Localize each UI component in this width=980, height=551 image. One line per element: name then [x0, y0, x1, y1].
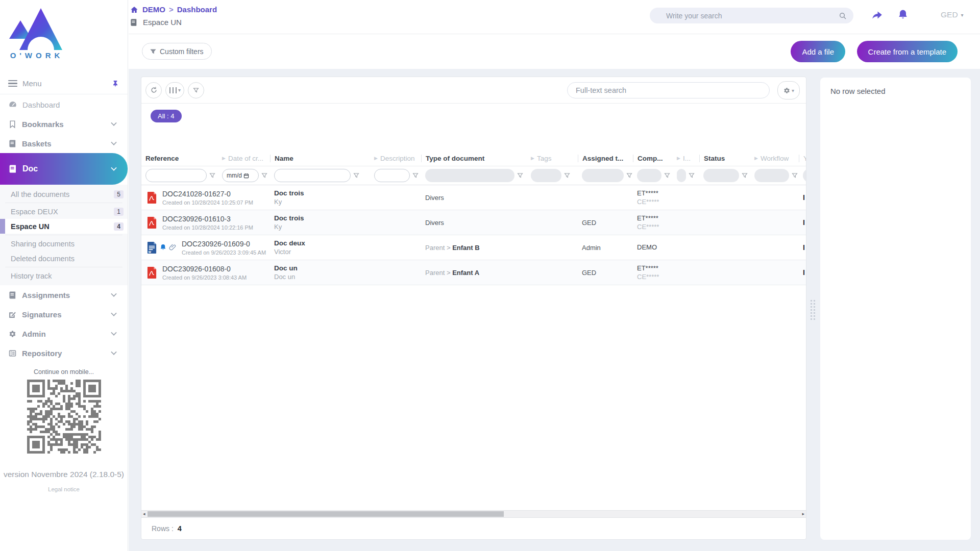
global-search-input[interactable]	[666, 8, 829, 23]
column-header-workflow[interactable]: ▶Workflow	[750, 155, 799, 162]
chevron-down-icon	[111, 291, 116, 296]
column-header-name[interactable]: Name	[270, 155, 370, 162]
i-filter-input[interactable]	[677, 169, 686, 182]
share-arrow-icon	[870, 9, 884, 21]
sidebar-item-baskets[interactable]: Baskets	[0, 134, 128, 153]
company-filter-input[interactable]	[637, 169, 662, 182]
refresh-icon	[150, 86, 158, 94]
column-header-assigned[interactable]: Assigned t...	[578, 155, 633, 162]
sidebar-item-deleted-documents[interactable]: Deleted documents	[0, 251, 128, 266]
sidebar-item-history-track[interactable]: History track	[0, 268, 128, 283]
count-badge: 1	[114, 208, 124, 216]
table-filter-button[interactable]	[188, 82, 204, 98]
column-header-y[interactable]: Y...	[799, 155, 806, 162]
column-header-type[interactable]: Type of document	[421, 155, 527, 162]
sidebar-item-espace-un[interactable]: Espace UN 4	[0, 219, 128, 234]
panel-resize-handle[interactable]	[811, 300, 815, 320]
chevron-down-icon: ▾	[961, 12, 964, 18]
sidebar-item-all-documents[interactable]: All the documents 5	[0, 187, 128, 202]
breadcrumb-root[interactable]: DEMO	[142, 5, 165, 14]
document-name: Doc deux	[274, 239, 370, 247]
table-footer: Rows : 4	[141, 518, 182, 539]
sidebar-item-dashboard[interactable]: Dashboard	[0, 95, 128, 114]
column-header-date[interactable]: ▶Date of cr...	[218, 155, 270, 162]
description-filter-input[interactable]	[374, 169, 410, 182]
funnel-icon	[564, 172, 570, 179]
clipped-cell-text: I	[803, 268, 805, 277]
scrollbar-thumb[interactable]	[148, 511, 504, 517]
horizontal-scrollbar[interactable]: ◂ ▸	[141, 510, 806, 518]
breadcrumb-current[interactable]: Dashboard	[177, 5, 217, 14]
pdf-file-icon	[146, 191, 157, 204]
sidebar-item-sharing-documents[interactable]: Sharing documents	[0, 236, 128, 251]
columns-button[interactable]: ▾	[165, 82, 184, 98]
column-header-i[interactable]: ▶I...	[673, 155, 699, 162]
funnel-icon	[689, 172, 695, 179]
divider	[5, 203, 122, 203]
chevron-down-icon	[111, 349, 116, 355]
y-filter-input[interactable]	[803, 169, 806, 182]
documents-table-card: ▾ ▾ All : 4 Reference ▶Date of cr... Nam…	[141, 77, 806, 540]
sidebar-item-signatures[interactable]: Signatures	[0, 305, 128, 324]
legal-notice-link[interactable]: Legal notice	[0, 486, 128, 492]
sidebar-item-admin[interactable]: Admin	[0, 324, 128, 343]
column-header-description[interactable]: ▶Description	[370, 155, 421, 162]
search-icon[interactable]	[839, 12, 847, 20]
name-filter-input[interactable]	[274, 169, 351, 182]
create-from-template-button[interactable]: Create from a template	[857, 41, 958, 62]
fulltext-search-input[interactable]	[568, 83, 769, 98]
table-row[interactable]: w DOC230926-01609-0 Created on 9/26/2023…	[141, 235, 806, 260]
breadcrumb-separator: >	[169, 5, 174, 14]
date-filter-input[interactable]: mm/d	[222, 169, 259, 182]
table-row[interactable]: DOC230926-01610-3 Created on 10/28/2024 …	[141, 210, 806, 235]
pin-icon[interactable]	[111, 80, 119, 88]
column-header-company[interactable]: Comp...	[633, 155, 673, 162]
type-filter-input[interactable]	[425, 169, 514, 182]
count-badge: 5	[114, 190, 124, 198]
all-rows-filter-pill[interactable]: All : 4	[151, 110, 182, 122]
sidebar-footer: Continue on mobile... version Novembre 2…	[0, 368, 128, 492]
divider	[5, 235, 122, 235]
sidebar-menu-toggle[interactable]: Menu	[0, 73, 128, 94]
expand-arrow-icon: ▶	[222, 156, 226, 161]
svg-text:w: w	[148, 250, 152, 254]
calendar-icon	[243, 173, 249, 179]
table-toolbar: ▾ ▾	[141, 77, 806, 104]
user-menu[interactable]: GED ▾	[941, 10, 964, 19]
share-button[interactable]	[870, 9, 884, 21]
sidebar-item-doc-active[interactable]: Doc	[0, 153, 128, 185]
funnel-icon	[412, 172, 419, 179]
gear-icon	[783, 87, 791, 94]
sidebar: O'WORK Menu Dashboard Bookmarks	[0, 0, 128, 551]
workflow-filter-input[interactable]	[754, 169, 789, 182]
column-header-status[interactable]: Status	[699, 155, 750, 162]
sidebar-item-repository[interactable]: Repository	[0, 343, 128, 363]
column-header-tags[interactable]: ▶Tags	[527, 155, 578, 162]
sidebar-nav: Dashboard Bookmarks Baskets Doc	[0, 95, 128, 363]
document-reference: DOC241028-01627-0	[162, 190, 253, 198]
add-file-button[interactable]: Add a file	[791, 41, 845, 62]
sidebar-item-bookmarks[interactable]: Bookmarks	[0, 114, 128, 134]
scroll-right-arrow[interactable]: ▸	[802, 511, 804, 517]
chevron-down-icon: ▾	[178, 87, 181, 93]
table-row[interactable]: DOC230926-01608-0 Created on 9/26/2023 3…	[141, 260, 806, 285]
refresh-button[interactable]	[145, 82, 162, 98]
assigned-to: GED	[578, 269, 633, 277]
column-header-reference[interactable]: Reference	[141, 155, 218, 162]
assigned-to: Admin	[578, 244, 633, 252]
table-body: DOC241028-01627-0 Created on 10/28/2024 …	[141, 185, 806, 285]
table-settings-button[interactable]: ▾	[777, 81, 800, 99]
assignments-icon	[8, 291, 17, 299]
scroll-left-arrow[interactable]: ◂	[143, 511, 145, 517]
document-reference: DOC230926-01608-0	[162, 265, 247, 273]
assigned-filter-input[interactable]	[582, 169, 624, 182]
notifications-button[interactable]	[897, 8, 909, 21]
custom-filters-button[interactable]: Custom filters	[142, 43, 212, 60]
table-row[interactable]: DOC241028-01627-0 Created on 10/28/2024 …	[141, 185, 806, 210]
home-icon[interactable]	[130, 6, 139, 14]
reference-filter-input[interactable]	[145, 169, 207, 182]
status-filter-input[interactable]	[703, 169, 739, 182]
sidebar-item-espace-deux[interactable]: Espace DEUX 1	[0, 204, 128, 219]
tags-filter-input[interactable]	[531, 169, 561, 182]
sidebar-item-assignments[interactable]: Assignments	[0, 285, 128, 305]
